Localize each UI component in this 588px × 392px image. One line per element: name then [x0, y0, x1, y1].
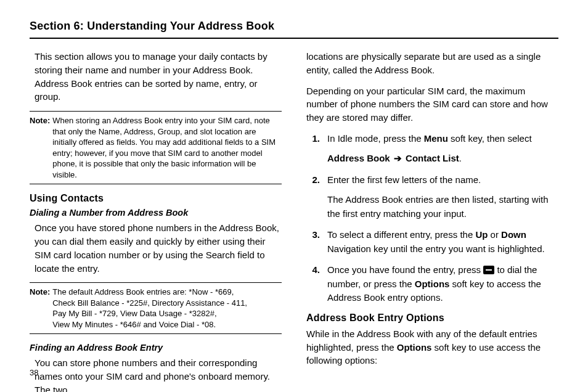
step-1: 1. In Idle mode, press the Menu soft key…: [306, 132, 558, 166]
right-column: locations are physically separate but ar…: [306, 50, 558, 392]
menu-soft-key: Menu: [424, 133, 448, 144]
step-text: Navigation key until the entry you want …: [327, 243, 545, 254]
step-4: 4. Once you have found the entry, press …: [306, 263, 558, 305]
finding-paragraph: You can store phone numbers and their co…: [30, 356, 282, 392]
note-label: Note:: [30, 287, 50, 330]
intro-paragraph: This section allows you to manage your d…: [30, 50, 282, 104]
heading-using-contacts: Using Contacts: [30, 193, 282, 204]
note-text: When storing an Address Book entry into …: [52, 115, 282, 180]
step-text: To select a different entry, press the: [327, 229, 475, 240]
step-text: soft key, then select: [448, 133, 532, 144]
left-column: This section allows you to manage your d…: [30, 50, 282, 392]
manual-page: Section 6: Understanding Your Address Bo…: [0, 0, 588, 392]
step-2: 2. Enter the first few letters of the na…: [306, 173, 558, 221]
continuation-paragraph: locations are physically separate but ar…: [306, 50, 558, 77]
section-title: Section 6: Understanding Your Address Bo…: [30, 20, 558, 33]
options-soft-key: Options: [397, 342, 432, 353]
note-body: The default Address Book entries are: *N…: [52, 287, 247, 330]
dialing-paragraph: Once you have stored phone numbers in th…: [30, 221, 282, 275]
contact-list-label: Contact List: [406, 153, 459, 163]
arrow-icon: ➔: [393, 152, 403, 166]
period: .: [459, 153, 462, 163]
procedure-steps: 1. In Idle mode, press the Menu soft key…: [306, 132, 558, 305]
heading-entry-options: Address Book Entry Options: [306, 312, 558, 324]
step-text: Enter the first few letters of the name.: [327, 174, 481, 185]
two-column-layout: This section allows you to manage your d…: [30, 50, 558, 392]
step-number: 3.: [306, 228, 320, 256]
address-book-label: Address Book: [327, 153, 390, 163]
entry-options-paragraph: While in the Address Book with any of th…: [306, 327, 558, 367]
step-3: 3. To select a different entry, press th…: [306, 228, 558, 256]
note-sim-fields: Note:When storing an Address Book entry …: [30, 111, 282, 184]
step-text: In Idle mode, press the: [327, 133, 424, 144]
heading-finding: Finding an Address Book Entry: [30, 343, 282, 353]
step-text: Once you have found the entry, press: [327, 264, 483, 275]
title-rule: [30, 38, 558, 39]
step-sub: The Address Book entries are then listed…: [327, 193, 558, 221]
down-key: Down: [501, 229, 526, 240]
step-number: 4.: [306, 263, 320, 305]
step-text: or: [488, 229, 501, 240]
note-default-entries: Note:The default Address Book entries ar…: [30, 282, 282, 334]
page-number: 38: [30, 368, 38, 377]
step-number: 2.: [306, 173, 320, 221]
dial-key-icon: [483, 266, 494, 274]
note-label: Note:: [30, 115, 50, 180]
step-number: 1.: [306, 132, 320, 166]
options-soft-key: Options: [415, 279, 450, 289]
up-key: Up: [475, 229, 488, 240]
sim-depends-paragraph: Depending on your particular SIM card, t…: [306, 84, 558, 125]
heading-dialing: Dialing a Number from Address Book: [30, 208, 282, 218]
